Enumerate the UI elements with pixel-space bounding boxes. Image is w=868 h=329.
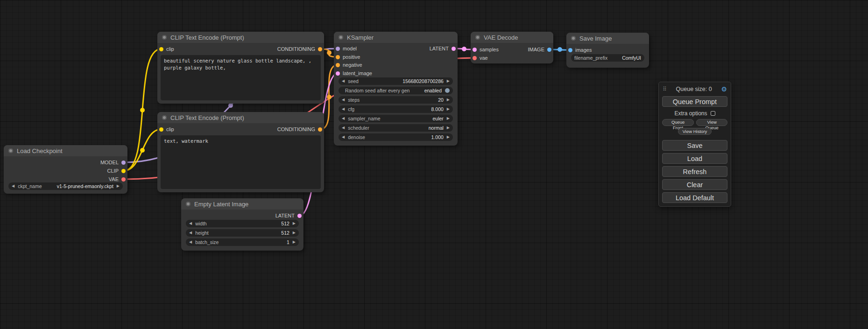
view-history-button[interactable]: View History bbox=[678, 128, 712, 135]
load-button[interactable]: Load bbox=[662, 153, 727, 164]
model-port-icon[interactable] bbox=[336, 47, 340, 51]
latent-port-icon[interactable] bbox=[452, 47, 456, 51]
increment-arrow-icon[interactable]: ▶ bbox=[447, 96, 450, 104]
clear-button[interactable]: Clear bbox=[662, 179, 727, 190]
increment-arrow-icon[interactable]: ▶ bbox=[447, 105, 450, 113]
extra-options-checkbox[interactable] bbox=[711, 111, 715, 116]
port-model-output[interactable]: MODEL bbox=[100, 159, 126, 166]
drag-handle-icon[interactable]: ⠿ bbox=[663, 86, 667, 92]
collapse-dot-icon[interactable] bbox=[8, 148, 13, 153]
port-clip-input[interactable]: clip bbox=[159, 126, 174, 133]
collapse-dot-icon[interactable] bbox=[475, 35, 480, 40]
port-latent-output[interactable]: LATENT bbox=[430, 45, 456, 52]
node-title-bar[interactable]: KSampler bbox=[334, 32, 458, 43]
node-vae-decode[interactable]: VAE Decode samples vae IMAGE bbox=[471, 32, 553, 63]
increment-arrow-icon[interactable]: ▶ bbox=[293, 238, 296, 246]
prev-arrow-icon[interactable]: ◀ bbox=[12, 182, 14, 190]
prev-arrow-icon[interactable]: ◀ bbox=[342, 124, 345, 132]
port-latent-image-input[interactable]: latent_image bbox=[336, 70, 372, 77]
widget-cfg[interactable]: ◀ cfg 8.000 ▶ bbox=[339, 105, 453, 113]
node-title-bar[interactable]: CLIP Text Encode (Prompt) bbox=[157, 32, 324, 43]
next-arrow-icon[interactable]: ▶ bbox=[447, 115, 450, 122]
widget-batch-size[interactable]: ◀ batch_size 1 ▶ bbox=[186, 238, 299, 246]
vae-port-icon[interactable] bbox=[121, 177, 126, 182]
positive-prompt-textarea[interactable]: beautiful scenery nature glass bottle la… bbox=[161, 55, 321, 100]
clip-port-icon[interactable] bbox=[121, 169, 126, 173]
increment-arrow-icon[interactable]: ▶ bbox=[293, 229, 296, 237]
load-default-button[interactable]: Load Default bbox=[662, 192, 727, 203]
view-queue-button[interactable]: View Queue bbox=[696, 119, 727, 126]
vae-port-icon[interactable] bbox=[473, 56, 477, 60]
port-clip-input[interactable]: clip bbox=[159, 45, 174, 53]
node-save-image[interactable]: Save Image images filename_prefix ComfyU… bbox=[566, 33, 649, 68]
increment-arrow-icon[interactable]: ▶ bbox=[293, 220, 296, 227]
decrement-arrow-icon[interactable]: ◀ bbox=[342, 96, 345, 104]
save-button[interactable]: Save bbox=[662, 140, 727, 151]
node-load-checkpoint[interactable]: Load Checkpoint MODEL CLIP VAE ◀ ckpt_na… bbox=[4, 145, 127, 194]
queue-panel[interactable]: ⠿ Queue size: 0 ⚙ Queue Prompt Extra opt… bbox=[658, 82, 731, 207]
conditioning-port-icon[interactable] bbox=[336, 55, 340, 59]
increment-arrow-icon[interactable]: ▶ bbox=[447, 77, 450, 85]
node-title-bar[interactable]: CLIP Text Encode (Prompt) bbox=[157, 112, 324, 123]
collapse-dot-icon[interactable] bbox=[571, 36, 576, 41]
widget-sampler-name[interactable]: ◀ sampler_name euler ▶ bbox=[339, 115, 453, 122]
widget-ckpt-name[interactable]: ◀ ckpt_name v1-5-pruned-emaonly.ckpt ▶ bbox=[8, 182, 123, 190]
decrement-arrow-icon[interactable]: ◀ bbox=[189, 229, 192, 237]
port-clip-output[interactable]: CLIP bbox=[107, 167, 126, 175]
node-clip-text-encode-negative[interactable]: CLIP Text Encode (Prompt) clip CONDITION… bbox=[157, 112, 324, 192]
widget-scheduler[interactable]: ◀ scheduler normal ▶ bbox=[339, 124, 453, 132]
graph-canvas[interactable]: Load Checkpoint MODEL CLIP VAE ◀ ckpt_na… bbox=[0, 0, 868, 329]
widget-height[interactable]: ◀ height 512 ▶ bbox=[186, 229, 299, 237]
port-negative-input[interactable]: negative bbox=[336, 61, 362, 69]
model-port-icon[interactable] bbox=[121, 161, 126, 165]
widget-random-seed[interactable]: Random seed after every gen enabled bbox=[339, 87, 453, 94]
widget-width[interactable]: ◀ width 512 ▶ bbox=[186, 220, 299, 227]
refresh-button[interactable]: Refresh bbox=[662, 166, 727, 177]
queue-prompt-button[interactable]: Queue Prompt bbox=[662, 96, 727, 107]
decrement-arrow-icon[interactable]: ◀ bbox=[342, 133, 345, 141]
port-image-output[interactable]: IMAGE bbox=[528, 46, 551, 53]
port-model-input[interactable]: model bbox=[336, 45, 357, 52]
port-positive-input[interactable]: positive bbox=[336, 53, 360, 61]
node-empty-latent-image[interactable]: Empty Latent Image LATENT ◀ width 512 ▶ … bbox=[181, 198, 303, 251]
port-latent-output[interactable]: LATENT bbox=[275, 212, 302, 219]
conditioning-port-icon[interactable] bbox=[318, 127, 322, 132]
node-title-bar[interactable]: Save Image bbox=[566, 33, 649, 44]
node-ksampler[interactable]: KSampler model positive negative latent_… bbox=[334, 32, 458, 146]
clip-port-icon[interactable] bbox=[159, 127, 163, 132]
decrement-arrow-icon[interactable]: ◀ bbox=[189, 220, 192, 227]
widget-steps[interactable]: ◀ steps 20 ▶ bbox=[339, 96, 453, 104]
decrement-arrow-icon[interactable]: ◀ bbox=[342, 77, 345, 85]
latent-port-icon[interactable] bbox=[473, 48, 477, 52]
port-vae-output[interactable]: VAE bbox=[109, 175, 126, 183]
widget-filename-prefix[interactable]: filename_prefix ComfyUI bbox=[571, 54, 644, 62]
node-title-bar[interactable]: Load Checkpoint bbox=[4, 145, 127, 156]
decrement-arrow-icon[interactable]: ◀ bbox=[189, 238, 192, 246]
queue-front-button[interactable]: Queue Front bbox=[662, 119, 694, 126]
collapse-dot-icon[interactable] bbox=[162, 115, 167, 120]
decrement-arrow-icon[interactable]: ◀ bbox=[342, 105, 345, 113]
collapse-dot-icon[interactable] bbox=[339, 35, 343, 40]
widget-seed[interactable]: ◀ seed 156680208700286 ▶ bbox=[339, 77, 453, 85]
next-arrow-icon[interactable]: ▶ bbox=[447, 124, 450, 132]
latent-port-icon[interactable] bbox=[336, 71, 340, 76]
widget-denoise[interactable]: ◀ denoise 1.000 ▶ bbox=[339, 133, 453, 141]
image-port-icon[interactable] bbox=[547, 48, 551, 52]
port-conditioning-output[interactable]: CONDITIONING bbox=[277, 126, 322, 133]
collapse-dot-icon[interactable] bbox=[186, 202, 191, 206]
negative-prompt-textarea[interactable]: text, watermark bbox=[161, 135, 321, 189]
port-vae-input[interactable]: vae bbox=[473, 54, 488, 62]
latent-port-icon[interactable] bbox=[297, 214, 302, 218]
increment-arrow-icon[interactable]: ▶ bbox=[447, 133, 450, 141]
port-images-input[interactable]: images bbox=[568, 46, 592, 54]
toggle-dot-icon[interactable] bbox=[445, 88, 450, 93]
conditioning-port-icon[interactable] bbox=[318, 47, 322, 51]
node-title-bar[interactable]: VAE Decode bbox=[471, 32, 553, 43]
next-arrow-icon[interactable]: ▶ bbox=[117, 182, 120, 190]
image-port-icon[interactable] bbox=[568, 48, 572, 52]
settings-gear-icon[interactable]: ⚙ bbox=[721, 85, 727, 93]
port-conditioning-output[interactable]: CONDITIONING bbox=[277, 45, 322, 53]
collapse-dot-icon[interactable] bbox=[162, 35, 167, 40]
port-samples-input[interactable]: samples bbox=[473, 46, 499, 53]
prev-arrow-icon[interactable]: ◀ bbox=[342, 115, 345, 122]
